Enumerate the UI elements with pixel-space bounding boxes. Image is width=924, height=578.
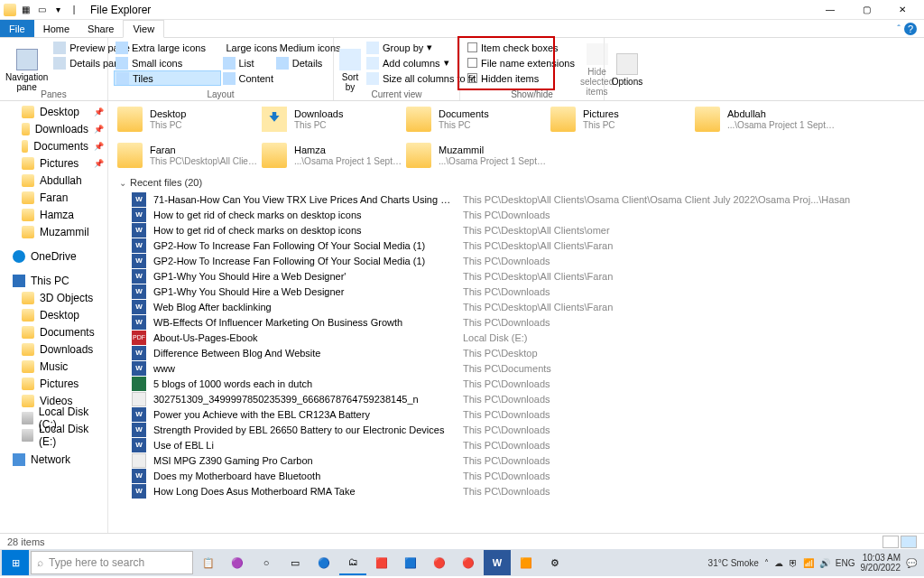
recent-file-row[interactable]: GP1-Why You Should Hire a Web DesignerTh… xyxy=(116,284,917,299)
nav-item[interactable]: Music xyxy=(0,358,107,375)
layout-content[interactable]: Content xyxy=(221,70,328,86)
tab-share[interactable]: Share xyxy=(79,20,123,37)
tab-view[interactable]: View xyxy=(123,20,164,38)
recent-files-header[interactable]: Recent files (20) xyxy=(119,177,917,188)
frequent-folder[interactable]: Muzammil...\Osama Project 1 Septe... xyxy=(404,139,549,172)
recent-file-row[interactable]: 302751309_3499997850235399_6668678764759… xyxy=(116,391,917,406)
recent-file-row[interactable]: Use of EBL LiThis PC\Downloads xyxy=(116,437,917,452)
layout-xl-icons[interactable]: Extra large icons xyxy=(114,40,221,55)
tray-network-icon[interactable]: ⛨ xyxy=(789,558,798,568)
qat-properties-icon[interactable]: ▦ xyxy=(18,3,32,17)
item-checkboxes-toggle[interactable]: Item check boxes xyxy=(466,40,577,55)
taskbar-app-4[interactable]: 🟦 xyxy=(397,550,424,575)
layout-sm-icons[interactable]: Small icons xyxy=(114,55,221,70)
recent-file-row[interactable]: GP2-How To Increase Fan Following Of You… xyxy=(116,253,917,268)
layout-lg-icons[interactable]: Large icons xyxy=(221,40,274,55)
tray-overflow-icon[interactable]: ˄ xyxy=(764,558,769,568)
taskbar-app-1[interactable]: 📋 xyxy=(195,550,222,575)
nav-item[interactable]: OneDrive xyxy=(0,247,107,265)
close-button[interactable]: ✕ xyxy=(884,0,920,20)
nav-item[interactable]: Documents📌 xyxy=(0,137,107,154)
frequent-folder[interactable]: DesktopThis PC xyxy=(116,103,260,135)
taskbar-app-2[interactable]: 🟣 xyxy=(224,550,251,575)
recent-file-row[interactable]: GP2-How To Increase Fan Following Of You… xyxy=(116,238,917,253)
recent-file-row[interactable]: wwwThis PC\Documents xyxy=(116,360,917,376)
taskbar-edge[interactable]: 🔵 xyxy=(310,550,337,575)
frequent-folder[interactable]: FaranThis PC\Desktop\All Clients xyxy=(116,139,260,172)
file-icon xyxy=(132,453,146,468)
layout-details[interactable]: Details xyxy=(274,55,328,70)
recent-file-row[interactable]: How Long Does Asus Motherboard RMA TakeT… xyxy=(116,483,917,499)
qat-newfolder-icon[interactable]: ▭ xyxy=(34,3,49,17)
nav-item[interactable]: Pictures📌 xyxy=(0,154,107,172)
nav-item[interactable]: Muzammil xyxy=(0,223,107,240)
recent-file-row[interactable]: Does my Motherboard have BluetoothThis P… xyxy=(116,468,917,483)
taskbar-chrome-1[interactable]: 🔴 xyxy=(426,550,453,575)
file-extensions-toggle[interactable]: File name extensions xyxy=(466,55,577,70)
notifications-icon[interactable]: 💬 xyxy=(906,558,917,568)
taskbar-search[interactable]: ⌕ Type here to search xyxy=(31,551,193,574)
clock[interactable]: 10:03 AM 9/20/2022 xyxy=(861,553,901,573)
frequent-folder[interactable]: DownloadsThis PC xyxy=(260,103,404,135)
ribbon-help[interactable]: ˆ? xyxy=(890,20,924,37)
recent-file-row[interactable]: Difference Between Blog And WebsiteThis … xyxy=(116,345,917,360)
weather-widget[interactable]: 31°C Smoke xyxy=(708,558,759,568)
recent-file-row[interactable]: 5 blogs of 1000 words each in dutchThis … xyxy=(116,376,917,391)
folder-icon xyxy=(22,412,33,424)
nav-item[interactable]: Desktop xyxy=(0,306,107,323)
recent-file-row[interactable]: WB-Effects Of Influencer Marketing On Bu… xyxy=(116,314,917,330)
options-button[interactable]: Options xyxy=(610,40,644,100)
recent-file-row[interactable]: How to get rid of check marks on desktop… xyxy=(116,207,917,222)
taskbar-app-5[interactable]: 🟧 xyxy=(513,550,540,575)
nav-item[interactable]: Local Disk (E:) xyxy=(0,426,107,443)
tab-home[interactable]: Home xyxy=(34,20,79,37)
taskbar-chrome-2[interactable]: 🔴 xyxy=(455,550,482,575)
taskbar-explorer[interactable]: 🗂 xyxy=(339,550,366,575)
nav-item[interactable]: Faran xyxy=(0,189,107,206)
recent-file-row[interactable]: 71-Hasan-How Can You View TRX Live Price… xyxy=(116,191,917,207)
tray-lang-icon[interactable]: ENG xyxy=(836,558,855,568)
nav-item[interactable]: Hamza xyxy=(0,206,107,223)
recent-file-row[interactable]: Power you Achieve with the EBL CR123A Ba… xyxy=(116,406,917,422)
nav-item[interactable]: Network xyxy=(0,451,107,468)
nav-item[interactable]: Desktop📌 xyxy=(0,103,107,120)
tab-file[interactable]: File xyxy=(0,20,34,37)
recent-file-row[interactable]: Strength Provided by EBL 26650 Battery t… xyxy=(116,422,917,437)
qat-dropdown-icon[interactable]: ▾ xyxy=(51,3,65,17)
tray-volume-icon[interactable]: 🔊 xyxy=(819,558,830,568)
start-button[interactable]: ⊞ xyxy=(2,550,29,575)
preview-icon xyxy=(53,42,66,54)
recent-file-row[interactable]: GP1-Why You Should Hire a Web Designer'T… xyxy=(116,268,917,284)
layout-list[interactable]: List xyxy=(221,55,274,70)
recent-file-row[interactable]: How to get rid of check marks on desktop… xyxy=(116,222,917,238)
tray-wifi-icon[interactable]: 📶 xyxy=(803,558,814,568)
frequent-folder[interactable]: Hamza...\Osama Project 1 Septe... xyxy=(260,139,404,172)
cortana-button[interactable]: ○ xyxy=(253,550,280,575)
nav-item[interactable]: Downloads📌 xyxy=(0,120,107,137)
nav-item[interactable]: Pictures xyxy=(0,375,107,392)
file-icon xyxy=(132,361,146,376)
taskbar-settings[interactable]: ⚙ xyxy=(541,550,568,575)
frequent-folder[interactable]: PicturesThis PC xyxy=(549,103,693,135)
minimize-button[interactable]: — xyxy=(812,0,848,20)
nav-item[interactable]: 3D Objects xyxy=(0,289,107,306)
frequent-folder[interactable]: DocumentsThis PC xyxy=(404,103,549,135)
hidden-items-toggle[interactable]: ✓Hidden items xyxy=(466,70,577,86)
layout-tiles[interactable]: Tiles xyxy=(114,70,221,86)
taskview-button[interactable]: ▭ xyxy=(282,550,309,575)
layout-md-icons[interactable]: Medium icons xyxy=(274,40,328,55)
recent-file-row[interactable]: MSI MPG Z390 Gaming Pro CarbonThis PC\Do… xyxy=(116,452,917,468)
recent-file-row[interactable]: About-Us-Pages-EbookLocal Disk (E:) xyxy=(116,330,917,345)
tiles-view-icon[interactable] xyxy=(901,536,917,548)
frequent-folder[interactable]: Abdullah...\Osama Project 1 Septe... xyxy=(693,103,837,135)
nav-item[interactable]: This PC xyxy=(0,272,107,289)
nav-item[interactable]: Abdullah xyxy=(0,172,107,189)
nav-item[interactable]: Downloads xyxy=(0,340,107,358)
taskbar-app-3[interactable]: 🟥 xyxy=(368,550,395,575)
tray-onedrive-icon[interactable]: ☁ xyxy=(774,558,783,568)
nav-item[interactable]: Documents xyxy=(0,323,107,340)
maximize-button[interactable]: ▢ xyxy=(848,0,884,20)
recent-file-row[interactable]: Web Blog After backlinkingThis PC\Deskto… xyxy=(116,299,917,314)
details-view-icon[interactable] xyxy=(882,536,899,548)
taskbar-word[interactable]: W xyxy=(484,550,511,575)
